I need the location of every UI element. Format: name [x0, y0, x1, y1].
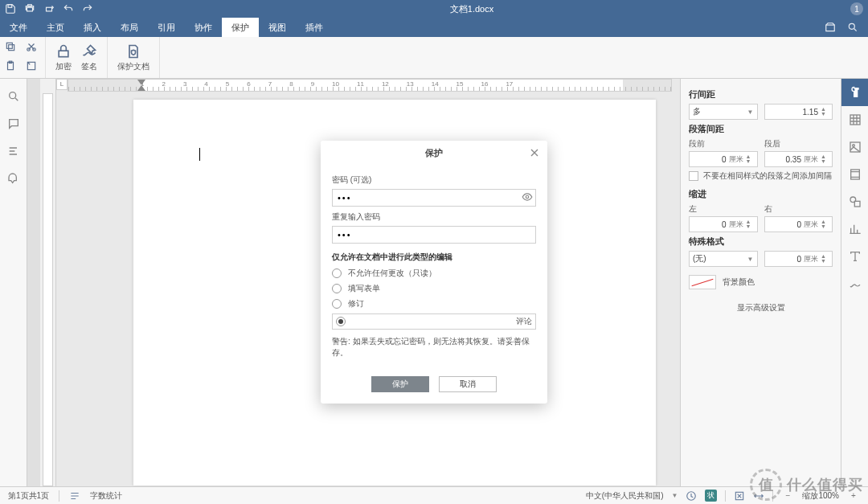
cancel-button[interactable]: 取消: [439, 376, 497, 392]
password-label: 密码 (可选): [332, 174, 536, 186]
editing-section-title: 仅允许在文档中进行此类型的编辑: [332, 252, 536, 263]
warning-text: 警告: 如果丢失或忘记密码，则无法将其恢复。请妥善保存。: [332, 336, 536, 359]
option-readonly[interactable]: 不允许任何更改（只读）: [332, 268, 536, 279]
option-track[interactable]: 修订: [332, 298, 536, 309]
dialog-title: 保护: [425, 147, 443, 159]
password-input[interactable]: [332, 189, 536, 207]
option-forms[interactable]: 填写表单: [332, 283, 536, 294]
option-comment[interactable]: 评论: [332, 313, 536, 330]
password-repeat-input[interactable]: [332, 226, 536, 244]
password-repeat-label: 重复输入密码: [332, 211, 536, 223]
protect-button[interactable]: 保护: [371, 376, 429, 392]
close-icon[interactable]: [528, 146, 541, 159]
eye-icon[interactable]: [522, 191, 533, 203]
svg-point-22: [526, 195, 529, 199]
protect-dialog: 保护 密码 (可选) 重复输入密码 仅允许在文档中进行此类型的编辑 不允许任何更…: [321, 141, 547, 404]
modal-overlay: 保护 密码 (可选) 重复输入密码 仅允许在文档中进行此类型的编辑 不允许任何更…: [0, 0, 868, 504]
